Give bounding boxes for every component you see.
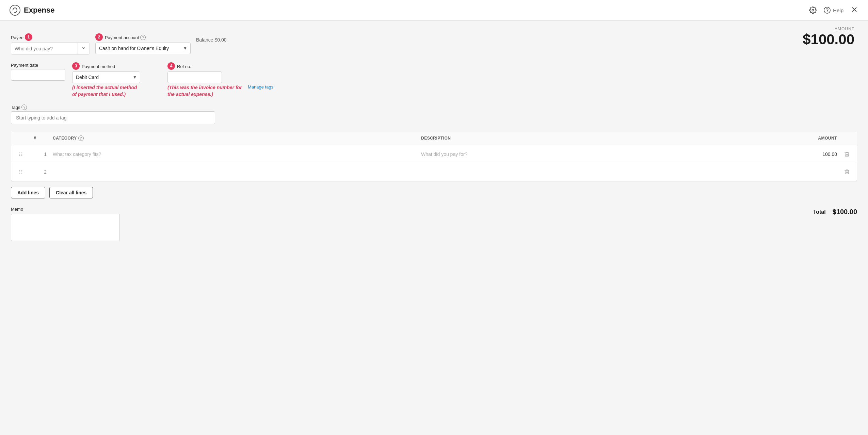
description-cell-2[interactable]	[418, 168, 786, 175]
total-value: $100.00	[833, 208, 857, 216]
gear-icon	[809, 6, 817, 14]
payment-method-select-wrapper: Debit Card ▼	[72, 71, 140, 83]
payee-group: Payee 1	[11, 34, 90, 54]
svg-point-8	[19, 154, 20, 155]
step-badge-1: 1	[25, 33, 32, 41]
description-cell-1[interactable]: What did you pay for?	[418, 148, 786, 160]
delete-cell-2	[840, 165, 857, 178]
main-content: Payee 1 2 Payment account ?	[0, 21, 868, 248]
drag-handle-1[interactable]	[11, 148, 30, 160]
th-amount: AMOUNT	[786, 131, 840, 145]
help-icon	[823, 6, 831, 14]
payment-account-info-icon[interactable]: ?	[140, 35, 146, 40]
payee-label: Payee 1	[11, 34, 90, 41]
th-description: DESCRIPTION	[418, 131, 786, 145]
svg-point-7	[19, 152, 20, 153]
svg-point-17	[21, 172, 22, 173]
svg-point-13	[19, 170, 20, 171]
payment-date-label: Payment date	[11, 63, 65, 68]
app-window: Expense Help	[0, 0, 868, 435]
clear-all-lines-button[interactable]: Clear all lines	[49, 187, 93, 198]
payment-account-select-wrapper: Cash on hand for Owner's Equity ▼	[95, 43, 191, 54]
th-drag	[11, 131, 30, 145]
header-left: Expense	[10, 5, 55, 16]
svg-point-9	[19, 155, 20, 156]
th-category: CATEGORY ?	[49, 131, 418, 145]
ref-annotation: (This was the invoice number for the act…	[167, 84, 242, 98]
help-button[interactable]: Help	[823, 6, 843, 14]
total-section: Total $100.00	[813, 207, 857, 216]
svg-point-14	[19, 172, 20, 173]
row-number-1: 1	[30, 148, 49, 160]
payee-dropdown-button[interactable]	[78, 43, 90, 54]
header-right: Help	[809, 5, 858, 15]
table-row: 1 What tax category fits? What did you p…	[11, 145, 857, 163]
ref-no-label: 4 Ref no.	[167, 63, 273, 70]
payment-method-annotation: (I inserted the actual method of payment…	[72, 84, 140, 98]
ref-no-input[interactable]	[167, 71, 222, 83]
drag-handle-2[interactable]	[11, 166, 30, 178]
manage-tags-link[interactable]: Manage tags	[248, 84, 273, 90]
memo-section: Memo	[11, 207, 120, 241]
tags-input[interactable]	[11, 111, 215, 124]
th-delete	[840, 131, 857, 145]
balance-label: Balance	[196, 37, 213, 43]
svg-point-1	[14, 12, 16, 13]
amount-value: $100.00	[803, 31, 854, 48]
memo-textarea[interactable]	[11, 214, 120, 241]
step-badge-2: 2	[95, 33, 103, 41]
drag-dots-icon	[18, 169, 23, 175]
th-num: #	[30, 131, 49, 145]
table-header: # CATEGORY ? DESCRIPTION AMOUNT	[11, 131, 857, 145]
tags-info-icon[interactable]: ?	[21, 104, 27, 110]
payment-date-input[interactable]: 05/03/2021	[11, 69, 65, 81]
amount-label: AMOUNT	[803, 27, 854, 31]
header: Expense Help	[0, 0, 868, 21]
row-number-2: 2	[30, 166, 49, 178]
table-actions-bar: Add lines Clear all lines	[11, 181, 857, 204]
settings-button[interactable]	[809, 6, 817, 14]
payment-date-group: Payment date 05/03/2021	[11, 63, 65, 81]
close-icon	[850, 5, 858, 14]
delete-cell-1	[840, 148, 857, 161]
category-info-icon[interactable]: ?	[78, 135, 84, 141]
delete-row-1-button[interactable]	[844, 151, 850, 157]
svg-point-18	[21, 173, 22, 174]
tags-group: Tags ?	[11, 104, 857, 124]
payment-method-with-annotation: 3 Payment method Debit Card ▼ (I inserte…	[72, 63, 140, 98]
delete-row-2-button[interactable]	[844, 169, 850, 175]
chevron-down-icon	[81, 46, 86, 50]
table-row: 2	[11, 163, 857, 181]
payee-input[interactable]	[11, 43, 78, 54]
balance-value: $0.00	[214, 37, 226, 43]
payment-account-group: 2 Payment account ? Cash on hand for Own…	[95, 34, 191, 54]
total-label: Total	[813, 209, 826, 215]
step-badge-4: 4	[167, 62, 175, 70]
category-cell-1[interactable]: What tax category fits?	[49, 148, 418, 160]
payment-account-select[interactable]: Cash on hand for Owner's Equity	[95, 43, 191, 54]
help-label: Help	[833, 7, 843, 13]
amount-cell-1[interactable]: 100.00	[786, 148, 840, 160]
tags-label: Tags ?	[11, 104, 857, 110]
category-cell-2[interactable]	[49, 168, 418, 175]
close-button[interactable]	[850, 5, 858, 15]
svg-point-3	[824, 7, 830, 13]
payment-method-label: 3 Payment method	[72, 63, 140, 70]
payment-details-row: Payment date 05/03/2021 3 Payment method…	[11, 63, 857, 98]
trash-icon	[844, 151, 850, 157]
svg-point-16	[21, 170, 22, 171]
footer-section: Memo Total $100.00	[11, 204, 857, 248]
payee-wrapper	[11, 43, 90, 54]
ref-no-with-annotation: 4 Ref no. (This was the invoice number f…	[167, 63, 273, 98]
svg-point-11	[21, 154, 22, 155]
drag-dots-icon	[18, 151, 23, 157]
payment-account-label: 2 Payment account ?	[95, 34, 191, 41]
svg-point-0	[10, 5, 20, 15]
payment-method-select[interactable]: Debit Card	[72, 71, 140, 83]
add-lines-button[interactable]: Add lines	[11, 187, 45, 198]
payee-account-row: Payee 1 2 Payment account ?	[11, 34, 857, 54]
app-logo-icon	[10, 5, 20, 16]
amount-cell-2[interactable]	[786, 168, 840, 175]
payment-method-group: 3 Payment method Debit Card ▼	[72, 63, 140, 83]
amount-display: AMOUNT $100.00	[803, 27, 854, 48]
